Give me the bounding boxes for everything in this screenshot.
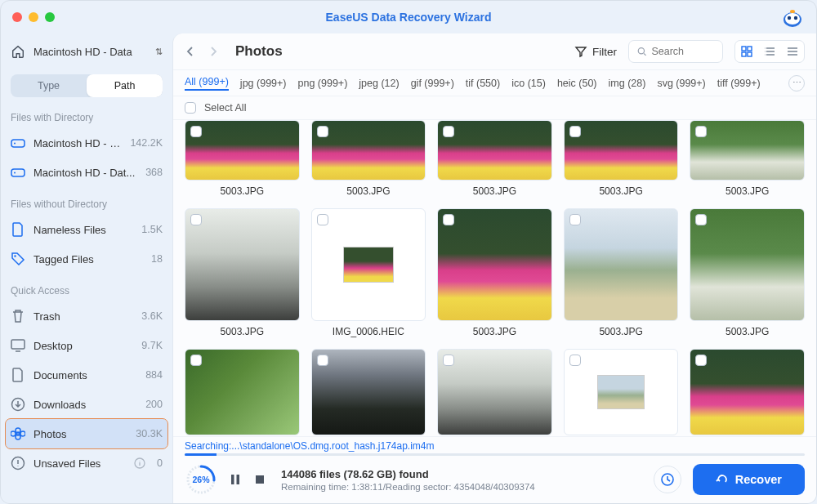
file-card[interactable]: 5003.JPG: [564, 120, 679, 197]
svg-point-4: [790, 10, 795, 13]
thumbnail[interactable]: [311, 349, 426, 435]
sidebar-drive-1[interactable]: Macintosh HD - Dat... 368: [1, 158, 172, 187]
search-input[interactable]: [651, 46, 714, 57]
file-checkbox[interactable]: [569, 126, 581, 137]
file-card[interactable]: [564, 349, 679, 435]
file-checkbox[interactable]: [443, 126, 454, 137]
stop-button[interactable]: [253, 473, 266, 486]
mascot-icon[interactable]: [780, 7, 805, 28]
thumbnail[interactable]: [311, 120, 426, 181]
file-card[interactable]: [690, 349, 805, 435]
file-checkbox[interactable]: [317, 126, 328, 137]
file-checkbox[interactable]: [190, 214, 202, 225]
thumbnail[interactable]: [564, 349, 679, 435]
file-checkbox[interactable]: [317, 355, 328, 366]
ftab-tiff[interactable]: tiff (999+): [717, 78, 761, 89]
thumbnail[interactable]: [185, 120, 300, 181]
sidebar-tagged-files[interactable]: Tagged Files 18: [1, 244, 172, 274]
minimize-icon[interactable]: [29, 12, 38, 22]
file-card[interactable]: 5003.JPG: [185, 120, 300, 197]
ftab-tif[interactable]: tif (550): [466, 78, 500, 89]
sidebar-downloads[interactable]: Downloads 200: [1, 390, 172, 419]
file-checkbox[interactable]: [569, 355, 581, 366]
sidebar-drive-0[interactable]: Macintosh HD - D... 142.2K: [1, 128, 172, 158]
view-grid-button[interactable]: [735, 41, 758, 62]
select-all-checkbox[interactable]: [185, 102, 196, 114]
thumbnail[interactable]: [690, 349, 805, 435]
file-card[interactable]: [185, 349, 300, 435]
ftab-heic[interactable]: heic (50): [557, 78, 597, 89]
thumbnail[interactable]: [564, 120, 679, 181]
file-card[interactable]: 5003.JPG: [564, 208, 679, 337]
recover-button[interactable]: Recover: [693, 464, 805, 495]
svg-rect-10: [11, 340, 25, 349]
history-button[interactable]: [654, 466, 681, 493]
svg-rect-7: [11, 169, 25, 176]
file-checkbox[interactable]: [569, 214, 581, 225]
segment-type[interactable]: Type: [11, 74, 87, 97]
file-card[interactable]: 5003.JPG: [690, 208, 805, 337]
ftab-png[interactable]: png (999+): [298, 78, 348, 89]
filter-tabs: All (999+) jpg (999+) png (999+) jpeg (1…: [173, 69, 816, 96]
info-icon[interactable]: [134, 457, 145, 469]
forward-button[interactable]: [208, 46, 219, 57]
thumbnail[interactable]: [311, 208, 426, 321]
file-checkbox[interactable]: [695, 355, 707, 366]
file-card[interactable]: IMG_0006.HEIC: [311, 208, 426, 337]
file-name: 5003.JPG: [599, 326, 642, 337]
filter-button[interactable]: Filter: [574, 45, 617, 58]
thumbnail[interactable]: [437, 120, 552, 181]
close-icon[interactable]: [12, 12, 22, 22]
ftab-gif[interactable]: gif (999+): [411, 78, 454, 89]
toolbar: Photos Filter: [173, 33, 816, 69]
view-detail-button[interactable]: [781, 41, 804, 62]
file-checkbox[interactable]: [443, 214, 454, 225]
sidebar-photos[interactable]: Photos 30.3K: [6, 419, 167, 448]
file-checkbox[interactable]: [695, 214, 707, 225]
file-card[interactable]: [437, 349, 552, 435]
desktop-icon: [11, 338, 25, 353]
file-card[interactable]: 5003.JPG: [437, 208, 552, 337]
thumbnail[interactable]: [185, 208, 300, 321]
ftab-svg[interactable]: svg (999+): [657, 78, 705, 89]
sidebar-trash[interactable]: Trash 3.6K: [1, 301, 172, 331]
view-list-button[interactable]: [758, 41, 781, 62]
thumbnail[interactable]: [690, 208, 805, 321]
file-name: 5003.JPG: [221, 326, 264, 337]
back-button[interactable]: [185, 46, 196, 57]
sidebar-desktop[interactable]: Desktop 9.7K: [1, 331, 172, 360]
segment-path[interactable]: Path: [87, 74, 163, 97]
sidebar-documents[interactable]: Documents 884: [1, 360, 172, 390]
file-checkbox[interactable]: [695, 126, 707, 137]
thumbnail[interactable]: [564, 208, 679, 321]
maximize-icon[interactable]: [45, 12, 55, 22]
ftab-jpg[interactable]: jpg (999+): [240, 78, 287, 89]
file-card[interactable]: [311, 349, 426, 435]
file-card[interactable]: 5003.JPG: [185, 208, 300, 337]
search-box[interactable]: [628, 40, 723, 63]
file-checkbox[interactable]: [190, 355, 202, 366]
ftab-ico[interactable]: ico (15): [511, 78, 546, 89]
file-card[interactable]: 5003.JPG: [437, 120, 552, 197]
file-card[interactable]: 5003.JPG: [311, 120, 426, 197]
drive-selector[interactable]: Macintosh HD - Data ⇅: [1, 37, 172, 66]
thumbnail[interactable]: [437, 208, 552, 321]
tag-icon: [11, 252, 25, 266]
ftab-img[interactable]: img (28): [609, 78, 646, 89]
section-quick-access: Quick Access: [1, 274, 172, 301]
file-checkbox[interactable]: [443, 355, 454, 366]
thumbnail[interactable]: [690, 120, 805, 181]
more-tabs-button[interactable]: ⋯: [788, 75, 805, 91]
thumbnail[interactable]: [437, 349, 552, 435]
ftab-jpeg[interactable]: jpeg (12): [359, 78, 399, 89]
sidebar-unsaved-files[interactable]: Unsaved Files 0: [1, 448, 172, 478]
thumbnail[interactable]: [185, 349, 300, 435]
scan-remaining-line: Remaining time: 1:38:11/Reading sector: …: [281, 482, 535, 492]
file-card[interactable]: 5003.JPG: [690, 120, 805, 197]
pause-button[interactable]: [229, 473, 242, 486]
file-checkbox[interactable]: [317, 214, 328, 225]
file-checkbox[interactable]: [190, 126, 202, 137]
ftab-all[interactable]: All (999+): [185, 76, 229, 91]
filter-icon: [574, 45, 587, 58]
sidebar-nameless-files[interactable]: Nameless Files 1.5K: [1, 215, 172, 244]
